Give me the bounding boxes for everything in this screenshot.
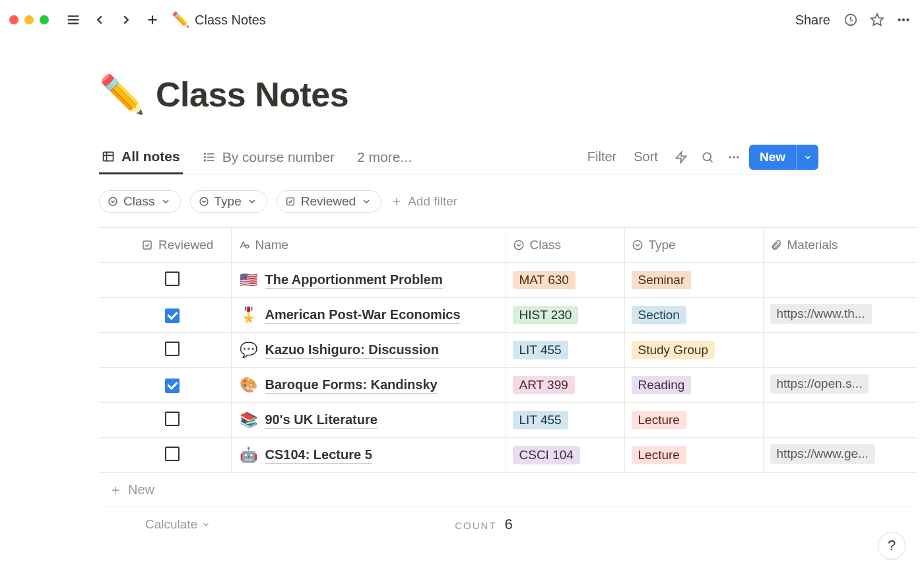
table-row[interactable]: 🎖️American Post-War EconomicsHIST 230Sec… [99,298,917,333]
type-tag[interactable]: Section [632,306,686,324]
column-header-reviewed[interactable]: Reviewed [135,228,231,263]
chip-label: Class [123,194,155,209]
database-table: Reviewed Name Class [99,227,917,473]
column-header-type[interactable]: Type [624,228,763,263]
chevron-down-icon [160,196,171,207]
breadcrumb[interactable]: ✏️ Class Notes [172,11,266,28]
chevron-down-icon [201,520,211,529]
type-tag[interactable]: Seminar [632,271,692,289]
class-tag[interactable]: LIT 455 [513,341,568,359]
chevron-down-icon [361,196,372,207]
menu-icon[interactable] [62,9,84,31]
svg-rect-30 [143,241,151,249]
class-tag[interactable]: MAT 630 [513,271,576,289]
reviewed-checkbox[interactable] [165,412,180,426]
views-row: All notes By course number 2 more... Fil… [99,140,818,174]
type-tag[interactable]: Lecture [632,446,686,464]
sort-button[interactable]: Sort [628,147,663,167]
forward-icon[interactable] [115,9,137,31]
favorite-icon[interactable] [866,9,888,31]
search-icon[interactable] [696,146,719,168]
page-name: Baroque Forms: Kandinsky [265,377,438,394]
svg-point-17 [204,157,205,158]
page-emoji: 🤖 [240,447,257,464]
attachment-icon [770,239,782,251]
svg-point-9 [907,18,909,21]
table-row[interactable]: 💬Kazuo Ishiguro: DiscussionLIT 455Study … [99,333,917,368]
name-cell[interactable]: 📚90's UK Literature [232,412,506,429]
add-row-label: New [128,482,154,497]
name-cell[interactable]: 🤖CS104: Lecture 5 [232,447,506,464]
filter-chip-reviewed[interactable]: Reviewed [277,190,381,213]
share-button[interactable]: Share [790,10,836,30]
table-row[interactable]: 🎨Baroque Forms: KandinskyART 399Readingh… [99,368,917,403]
page-title: ✏️ Class Notes [99,73,924,116]
filter-button[interactable]: Filter [582,147,622,167]
window-traffic-lights [9,15,49,24]
type-tag[interactable]: Study Group [632,341,715,359]
table-row[interactable]: 🤖CS104: Lecture 5CSCI 104Lecturehttps://… [99,438,917,473]
automations-icon[interactable] [670,146,692,168]
chip-label: Reviewed [301,194,356,209]
count-value: 6 [504,516,512,532]
materials-link[interactable]: https://open.s... [770,374,869,394]
select-icon [513,239,525,251]
page-body: ✏️ Class Notes All notes By course numbe… [0,40,924,542]
new-page-icon[interactable] [141,9,164,31]
new-button[interactable]: New [749,145,818,170]
svg-point-7 [898,18,901,21]
chip-label: Type [214,194,242,209]
name-cell[interactable]: 💬Kazuo Ishiguro: Discussion [232,342,506,359]
view-options-icon[interactable] [723,146,745,168]
svg-point-20 [703,153,711,161]
class-tag[interactable]: HIST 230 [513,306,579,324]
name-cell[interactable]: 🇺🇸The Apportionment Problem [232,271,506,289]
column-header-name[interactable]: Name [231,228,506,263]
materials-link[interactable]: https://www.ge... [770,444,875,464]
column-header-materials[interactable]: Materials [763,228,917,263]
plus-icon [110,484,121,496]
reviewed-checkbox[interactable] [165,379,180,393]
new-button-dropdown[interactable] [796,145,818,170]
table-row[interactable]: 🇺🇸The Apportionment ProblemMAT 630Semina… [99,263,917,298]
add-row-button[interactable]: New [99,473,917,507]
column-label: Type [649,238,676,252]
page-title-text[interactable]: Class Notes [156,75,348,114]
svg-marker-19 [676,151,686,163]
updates-icon[interactable] [840,9,862,31]
calculate-button[interactable]: Calculate [145,517,211,532]
filter-chip-type[interactable]: Type [190,190,267,213]
type-tag[interactable]: Lecture [632,411,686,429]
materials-link[interactable]: https://www.th... [770,304,872,324]
reviewed-checkbox[interactable] [165,308,180,323]
name-cell[interactable]: 🎨Baroque Forms: Kandinsky [232,377,506,394]
svg-point-16 [204,153,205,155]
select-icon [632,239,644,251]
filters-row: Class Type Reviewed Add filter [99,174,924,227]
page-title-emoji[interactable]: ✏️ [99,73,145,116]
name-cell[interactable]: 🎖️American Post-War Economics [232,307,506,324]
view-tab-label: 2 more... [357,149,412,165]
filter-chip-class[interactable]: Class [99,190,181,213]
class-tag[interactable]: LIT 455 [513,411,568,429]
window-minimize-icon[interactable] [24,15,34,24]
view-tab-all-notes[interactable]: All notes [99,141,183,174]
class-tag[interactable]: CSCI 104 [513,446,580,464]
more-icon[interactable] [892,9,915,31]
view-tab-more[interactable]: 2 more... [354,140,414,174]
column-header-class[interactable]: Class [506,228,624,263]
reviewed-checkbox[interactable] [165,447,180,461]
window-zoom-icon[interactable] [40,15,49,24]
reviewed-checkbox[interactable] [165,271,180,286]
view-tab-by-course-number[interactable]: By course number [200,140,337,174]
class-tag[interactable]: ART 399 [513,376,575,394]
table-row[interactable]: 📚90's UK LiteratureLIT 455Lecture [99,403,917,438]
add-filter-button[interactable]: Add filter [391,194,457,209]
svg-point-31 [514,240,523,250]
reviewed-checkbox[interactable] [165,342,180,356]
breadcrumb-label: Class Notes [195,13,266,28]
type-tag[interactable]: Reading [632,376,692,394]
back-icon[interactable] [88,9,111,31]
help-button[interactable]: ? [878,532,906,560]
window-close-icon[interactable] [9,15,18,24]
